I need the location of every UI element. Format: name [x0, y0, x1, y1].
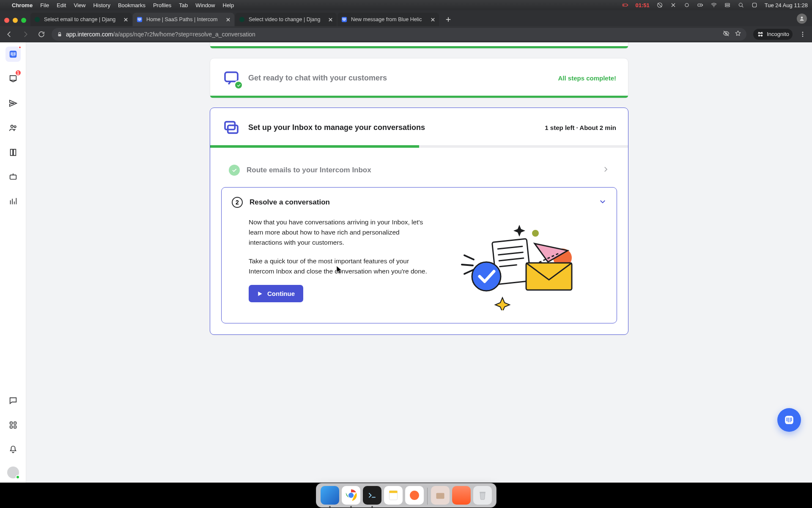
menubar-view[interactable]: View	[74, 2, 85, 8]
card-progress-fill	[210, 145, 419, 148]
svg-rect-17	[58, 34, 61, 36]
sidebar-item-outbound[interactable]	[5, 96, 21, 111]
bookmark-star-icon[interactable]	[735, 30, 741, 38]
new-tab-button[interactable]	[442, 14, 454, 25]
tab-close-button[interactable]	[123, 17, 129, 22]
browser-tab-active[interactable]: Home | SaaS Paths | Intercom	[133, 13, 234, 26]
tab-close-button[interactable]	[430, 17, 436, 22]
dock-app-notes[interactable]	[384, 486, 403, 505]
svg-rect-34	[225, 72, 238, 82]
nav-reload-button[interactable]	[36, 28, 47, 40]
menubar-file[interactable]: File	[40, 2, 49, 8]
dock-app-finder[interactable]	[321, 486, 339, 505]
svg-point-10	[739, 3, 742, 6]
browser-tab[interactable]: New message from Blue Helic	[337, 13, 439, 26]
chrome-profile-avatar-icon[interactable]	[797, 14, 807, 24]
sidebar-item-messenger[interactable]	[5, 393, 21, 408]
intercom-favicon-icon	[136, 16, 143, 23]
menubar-datetime[interactable]: Tue 24 Aug 11:28	[765, 2, 808, 8]
chrome-window: Select email to change | Djang Home | Sa…	[0, 10, 812, 483]
inbox-unread-badge: 1	[15, 69, 22, 76]
onboarding-card-get-ready[interactable]: Get ready to chat with your customers Al…	[210, 58, 628, 98]
dock-app-postman[interactable]	[405, 486, 424, 505]
eye-off-icon[interactable]	[723, 30, 730, 38]
intercom-favicon-icon	[341, 16, 348, 23]
svg-point-47	[348, 493, 353, 498]
tab-close-button[interactable]	[225, 17, 231, 22]
step-row-route-emails[interactable]: Route emails to your Intercom Inbox	[221, 156, 617, 185]
intercom-messenger-launcher[interactable]	[777, 408, 801, 432]
presence-online-icon	[16, 475, 20, 479]
omnibox[interactable]: app.intercom.com/a/apps/nqe7r2fw/home?st…	[52, 28, 746, 41]
django-favicon-icon	[34, 16, 41, 23]
menubar-tab[interactable]: Tab	[179, 2, 188, 8]
tab-close-button[interactable]	[327, 17, 333, 22]
dock-app-chrome[interactable]	[342, 486, 360, 505]
menubar-edit[interactable]: Edit	[57, 2, 66, 8]
svg-rect-28	[10, 422, 12, 425]
tab-title: Home | SaaS Paths | Intercom	[146, 17, 222, 22]
dock-folder-downloads[interactable]	[431, 486, 450, 505]
continue-button[interactable]: Continue	[249, 285, 303, 302]
do-not-disturb-icon[interactable]	[656, 2, 663, 8]
intercom-logo-button[interactable]	[5, 47, 21, 62]
dock-trash[interactable]	[473, 486, 492, 505]
siri-icon[interactable]	[751, 2, 758, 8]
browser-tab[interactable]: Select email to change | Djang	[30, 13, 132, 26]
battery-critical-icon[interactable]	[622, 2, 629, 8]
svg-rect-13	[137, 17, 142, 22]
window-minimize-button[interactable]	[13, 18, 18, 23]
window-zoom-button[interactable]	[21, 18, 26, 23]
menubar-help[interactable]: Help	[223, 2, 234, 8]
browser-tab[interactable]: Select video to change | Djang	[235, 13, 337, 26]
svg-rect-6	[702, 5, 702, 6]
step-header[interactable]: 2 Resolve a conversation	[232, 197, 606, 208]
menubar-profiles[interactable]: Profiles	[153, 2, 171, 8]
sidebar-item-notifications[interactable]	[5, 442, 21, 457]
window-close-button[interactable]	[4, 18, 9, 23]
chrome-tab-strip: Select email to change | Djang Home | Sa…	[0, 10, 812, 26]
checkmark-badge-icon	[234, 80, 243, 90]
chrome-menu-button[interactable]	[797, 28, 809, 40]
sidebar-item-apps[interactable]	[5, 417, 21, 433]
menubar-history[interactable]: History	[93, 2, 110, 8]
nav-back-button[interactable]	[3, 28, 15, 40]
step-done-check-icon	[229, 165, 240, 176]
incognito-indicator[interactable]: Incognito	[753, 29, 793, 40]
onboarding-card-get-to-know[interactable]: Get to know Intercom All steps complete!	[210, 42, 628, 49]
svg-point-44	[472, 262, 501, 291]
menubar-window[interactable]: Window	[195, 2, 215, 8]
battery-status-icon[interactable]	[697, 2, 704, 8]
grok-menubar-icon[interactable]	[670, 2, 677, 8]
sidebar-item-contacts[interactable]	[5, 120, 21, 135]
sidebar-item-reports[interactable]	[5, 194, 21, 209]
svg-point-16	[801, 17, 803, 19]
dock-stack-screenshots[interactable]	[452, 486, 471, 505]
svg-rect-49	[389, 491, 397, 493]
svg-point-14	[239, 17, 244, 22]
cleanshot-menubar-icon[interactable]	[683, 2, 690, 8]
spotlight-search-icon[interactable]	[738, 2, 744, 8]
step-number-badge: 2	[232, 197, 243, 208]
dock-app-terminal[interactable]	[363, 486, 381, 505]
svg-rect-15	[342, 17, 347, 22]
svg-rect-27	[10, 175, 16, 179]
svg-rect-24	[9, 51, 16, 58]
nav-forward-button[interactable]	[19, 28, 31, 40]
sidebar-item-operator[interactable]	[5, 169, 21, 185]
menubar-bookmarks[interactable]: Bookmarks	[118, 2, 145, 8]
menubar-app-name[interactable]: Chrome	[12, 2, 33, 8]
onboarding-main[interactable]: Get to know Intercom All steps complete!…	[26, 42, 812, 483]
battery-time-remaining: 01:51	[636, 2, 650, 8]
control-center-icon[interactable]	[724, 2, 731, 8]
sidebar-item-inbox[interactable]: 1	[5, 71, 21, 86]
svg-point-40	[532, 230, 539, 237]
chevron-right-icon	[602, 166, 609, 175]
step-card-resolve-conversation: 2 Resolve a conversation Now that you ha…	[221, 187, 617, 323]
macos-dock-area	[0, 483, 812, 508]
sidebar-user-avatar[interactable]	[7, 467, 19, 478]
wifi-icon[interactable]	[710, 2, 717, 8]
svg-point-25	[11, 125, 13, 128]
window-traffic-lights	[4, 18, 26, 23]
sidebar-item-articles[interactable]	[5, 145, 21, 160]
